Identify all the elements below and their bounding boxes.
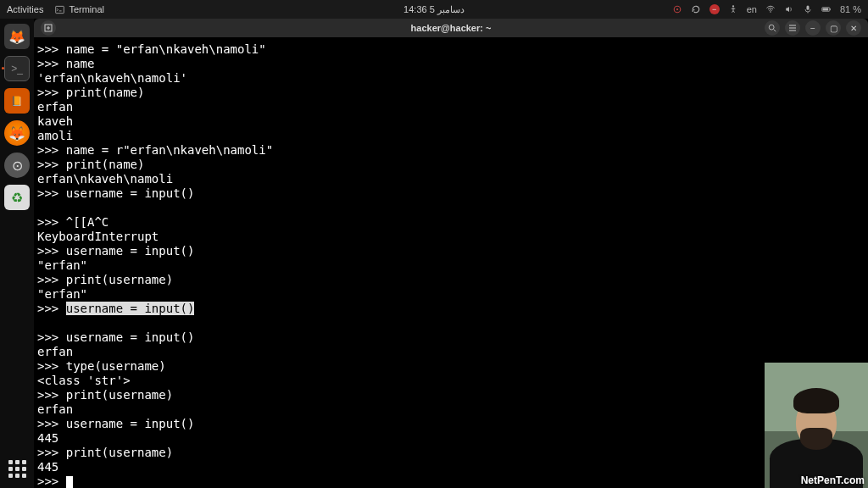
terminal-line: >>> username = input() [34,302,868,316]
terminal-line: >>> ^[[A^C [34,215,868,230]
record-icon [672,4,682,14]
terminal-line: erfan [34,100,868,114]
terminal-line: >>> username = input() [34,330,868,345]
maximize-button[interactable]: ▢ [826,20,841,36]
battery-icon [821,4,832,14]
new-tab-button[interactable] [41,20,56,36]
battery-percent: 81 % [840,4,861,14]
terminal-line: >>> print(username) [34,273,868,287]
apps-grid-icon [8,460,26,478]
terminal-line: >>> name = r"erfan\nkaveh\namoli" [34,143,868,158]
notification-badge: − [709,4,720,14]
svg-rect-8 [822,8,828,11]
volume-icon [784,4,794,14]
svg-rect-7 [830,8,831,10]
terminal-line: KeyboardInterrupt [34,230,868,244]
svg-rect-0 [56,6,64,13]
terminal-line: >>> print(name) [34,86,868,100]
terminal-line: >>> print(username) [34,388,868,402]
terminal-line: >>> print(username) [34,446,868,460]
refresh-icon [691,4,701,14]
terminal-line: "erfan" [34,258,868,273]
webcam-overlay: NetPenT.com [765,363,868,488]
terminal-line [34,201,868,215]
dock: 🦊 >_ 📙 🦊 ⊙ ♻ [0,19,34,488]
terminal-line: erfan [34,402,868,417]
status-area[interactable]: − en 81 % [672,4,861,14]
dock-gimp-icon[interactable]: 🦊 [4,24,30,49]
svg-point-4 [770,11,771,13]
cursor [66,476,73,488]
dock-firefox-icon[interactable]: 🦊 [4,120,30,146]
terminal-line: <class 'str'> [34,374,868,388]
terminal-line: kaveh [34,114,868,129]
terminal-line: >>> name = "erfan\nkaveh\namoli" [34,42,868,57]
minimize-button[interactable]: − [805,20,821,36]
terminal-line: >>> username = input() [34,186,868,201]
svg-rect-5 [806,6,809,10]
dock-disks-icon[interactable]: ⊙ [4,152,30,178]
terminal-line: erfan\nkaveh\namoli [34,172,868,186]
svg-point-2 [676,8,678,10]
terminal-body[interactable]: >>> name = "erfan\nkaveh\namoli">>> name… [34,37,868,488]
search-button[interactable] [765,20,780,36]
terminal-line [34,316,868,330]
dock-terminal-icon[interactable]: >_ [4,56,30,81]
topbar-app-name: Terminal [69,4,104,14]
terminal-line: >>> username = input() [34,417,868,431]
terminal-icon [55,5,64,14]
terminal-line: >>> name [34,57,868,71]
search-icon [768,24,776,32]
mic-icon [803,4,813,14]
terminal-line: "erfan" [34,287,868,302]
terminal-line: >>> username = input() [34,244,868,258]
terminal-line: 445 [34,460,868,474]
clock[interactable]: 14:36 5 دسامبر [403,4,465,15]
window-titlebar: hacker@hacker: ~ − ▢ ✕ [34,19,868,37]
dock-impress-icon[interactable]: 📙 [4,88,30,114]
accessibility-icon [728,4,738,14]
terminal-line: >>> [34,474,868,488]
gnome-topbar: Activities Terminal 14:36 5 دسامبر − en … [0,0,868,19]
terminal-line: erfan [34,345,868,359]
terminal-line: 'erfan\nkaveh\namoli' [34,71,868,86]
show-apps-button[interactable] [4,456,30,481]
wifi-icon [765,4,776,14]
topbar-app[interactable]: Terminal [55,4,104,14]
svg-point-10 [769,25,774,30]
webcam-watermark: NetPenT.com [801,474,865,486]
activities-button[interactable]: Activities [7,4,43,14]
terminal-line: 445 [34,431,868,446]
hamburger-icon [788,24,797,32]
hamburger-button[interactable] [785,20,800,36]
svg-point-3 [732,5,734,7]
terminal-line: amoli [34,129,868,143]
keyboard-lang: en [747,4,757,14]
window-title: hacker@hacker: ~ [411,23,492,33]
terminal-line: >>> print(name) [34,158,868,172]
dock-trash-icon[interactable]: ♻ [4,185,30,210]
close-button[interactable]: ✕ [846,20,861,36]
terminal-line: >>> type(username) [34,359,868,374]
